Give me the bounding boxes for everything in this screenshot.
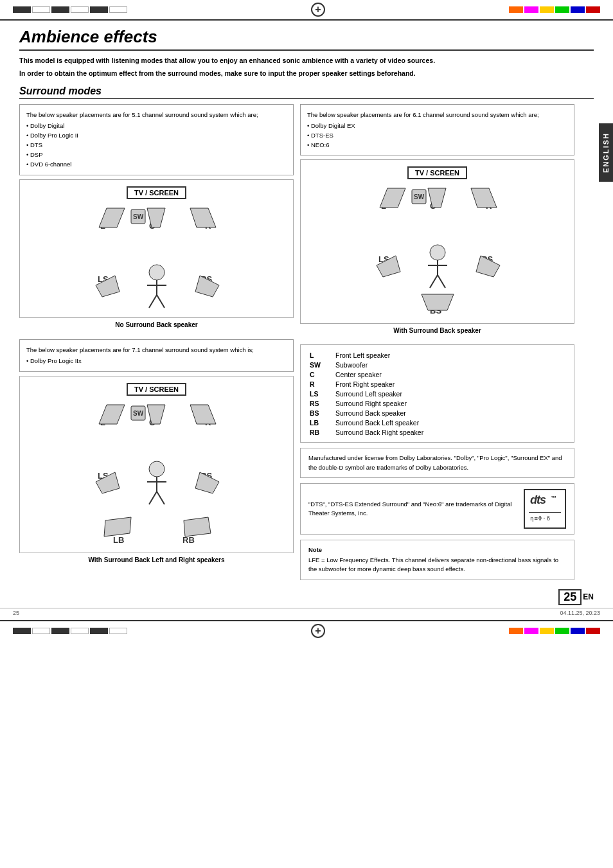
legend-desc-c: Center speaker [335, 369, 565, 379]
footer-bar: 25 04.11.25, 20:23 [0, 608, 613, 617]
legend-code-rs: RS [310, 398, 335, 408]
bottom-color-block-2 [524, 628, 538, 634]
header-block-1 [13, 6, 31, 13]
six-one-list: Dolby Digital EX DTS-ES NEO:6 [307, 121, 567, 150]
five-one-caption: No Surround Back speaker [115, 321, 197, 328]
svg-marker-56 [184, 517, 211, 536]
five-one-diagram: TV / SCREEN L SW C [19, 179, 294, 328]
color-block-orange [509, 6, 523, 13]
seven-one-caption: With Surround Back Left and Right speake… [88, 556, 224, 563]
legend-desc-rs: Surround Right speaker [335, 398, 565, 408]
six-one-diagram: TV / SCREEN L SW C R [300, 159, 574, 334]
header-block-3 [51, 6, 69, 13]
six-one-svg: L SW C R [373, 182, 502, 317]
svg-text:SW: SW [133, 410, 144, 417]
right-info-column: L Front Left speaker SW Subwoofer C Cent… [300, 339, 574, 580]
list-item: DTS [26, 140, 287, 150]
svg-text:LB: LB [113, 535, 124, 545]
legend-row-c: C Center speaker [310, 369, 565, 379]
header-block-4 [71, 6, 89, 13]
bottom-block-5 [90, 628, 108, 634]
intro-line1: This model is equipped with listening mo… [19, 56, 594, 66]
svg-line-12 [157, 295, 164, 308]
list-item: DTS-ES [307, 130, 567, 140]
seven-one-diagram: TV / SCREEN L SW C R [19, 376, 294, 563]
page-title: Ambience effects [19, 27, 594, 51]
intro-line2: In order to obtain the optimum effect fr… [19, 69, 594, 79]
color-block-green [555, 6, 569, 13]
page-number-area: 25 EN [0, 587, 613, 608]
svg-marker-37 [99, 405, 125, 424]
list-item: Dolby Pro Logic II [26, 130, 287, 140]
legend-row-bs: BS Surround Back speaker [310, 408, 565, 418]
svg-text:SW: SW [414, 193, 425, 200]
bottom-color-block-3 [540, 628, 554, 634]
legend-desc-bs: Surround Back speaker [335, 408, 565, 418]
legend-code-rb: RB [310, 427, 335, 437]
bottom-header-bar [0, 620, 613, 641]
legend-box: L Front Left speaker SW Subwoofer C Cent… [300, 344, 574, 443]
legend-code-ls: LS [310, 389, 335, 398]
five-one-svg: L SW C R [93, 202, 221, 311]
legend-row-rs: RS Surround Right speaker [310, 398, 565, 408]
lfe-note-label: Note [308, 545, 566, 554]
legend-code-lb: LB [310, 418, 335, 427]
main-content: ENGLISH Ambience effects This model is e… [0, 21, 613, 587]
svg-line-48 [157, 492, 164, 504]
legend-row-sw: SW Subwoofer [310, 360, 565, 369]
legend-row-lb: LB Surround Back Left speaker [310, 418, 565, 427]
legend-table: L Front Left speaker SW Subwoofer C Cent… [310, 350, 565, 437]
bottom-block-1 [13, 628, 31, 634]
lfe-note-box: Note LFE = Low Frequency Effects. This c… [300, 540, 574, 580]
five-one-info-box: The below speaker placements are for 5.1… [19, 104, 294, 175]
bottom-block-3 [51, 628, 69, 634]
lfe-note-text: LFE = Low Frequency Effects. This channe… [308, 556, 566, 574]
legend-code-sw: SW [310, 360, 335, 369]
dts-note-box: "DTS", "DTS-ES Extended Surround" and "N… [300, 483, 574, 535]
crosshair-icon [311, 3, 325, 17]
six-one-column: The below speaker placements are for 6.1… [300, 104, 574, 335]
seven-one-column: The below speaker placements are for 7.1… [19, 339, 294, 580]
svg-text:η≡Φ·6: η≡Φ·6 [530, 515, 551, 522]
bottom-color-block-6 [586, 628, 600, 634]
svg-marker-7 [190, 208, 216, 227]
tv-screen-label-3: TV / SCREEN [127, 383, 186, 396]
color-block-blue [571, 6, 585, 13]
svg-line-29 [438, 275, 445, 288]
legend-code-r: R [310, 379, 335, 389]
list-item: Dolby Pro Logic IIx [26, 356, 287, 366]
list-item: DVD 6-channel [26, 159, 287, 169]
five-one-description: The below speaker placements are for 5.1… [26, 110, 287, 120]
legend-row-l: L Front Left speaker [310, 350, 565, 360]
legend-desc-r: Front Right speaker [335, 379, 565, 389]
svg-text:dts: dts [530, 493, 546, 506]
list-item: Dolby Digital EX [307, 121, 567, 130]
header-block-5 [90, 6, 108, 13]
list-item: Dolby Digital [26, 121, 287, 130]
header-block-6 [109, 6, 127, 13]
seven-one-description: The below speaker placements are for 7.1… [26, 345, 287, 355]
legend-row-ls: LS Surround Left speaker [310, 389, 565, 398]
six-one-description: The below speaker placements are for 6.1… [307, 110, 567, 120]
svg-line-11 [149, 295, 157, 308]
dolby-note-box: Manufactured under license from Dolby La… [300, 448, 574, 478]
bottom-block-4 [71, 628, 89, 634]
header-center [127, 3, 509, 17]
five-one-diagram-box: TV / SCREEN L SW C [19, 179, 294, 318]
six-one-diagram-box: TV / SCREEN L SW C R [300, 159, 574, 324]
footer-left: 25 [13, 610, 19, 616]
legend-desc-l: Front Left speaker [335, 350, 565, 360]
seven-one-svg: L SW C R [93, 398, 221, 546]
dts-logo: dts ™ η≡Φ·6 [524, 489, 566, 529]
svg-point-44 [149, 461, 164, 477]
header-block-2 [32, 6, 50, 13]
bottom-color-block-4 [555, 628, 569, 634]
legend-code-l: L [310, 350, 335, 360]
bottom-color-block-5 [571, 628, 585, 634]
legend-desc-sw: Subwoofer [335, 360, 565, 369]
dts-logo-sub: η≡Φ·6 [529, 512, 561, 526]
six-one-info-box: The below speaker placements are for 6.1… [300, 104, 574, 156]
dolby-note-text: Manufactured under license from Dolby La… [308, 454, 566, 472]
five-one-column: The below speaker placements are for 5.1… [19, 104, 294, 335]
svg-marker-18 [380, 188, 405, 208]
